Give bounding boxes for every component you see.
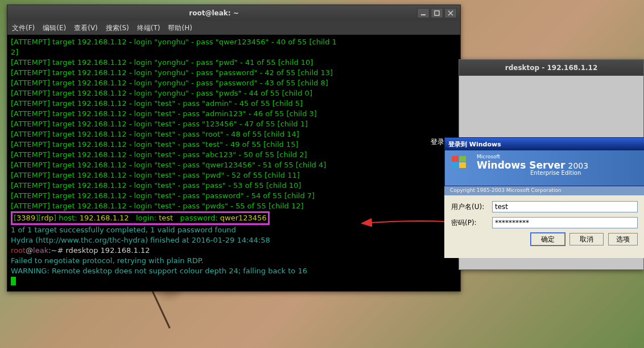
- copyright-text: 1985-2003 Microsoft Corporation: [477, 187, 562, 193]
- menu-search[interactable]: 搜索(S): [106, 23, 129, 33]
- password-label: 密码(P):: [451, 218, 492, 228]
- xp-login-form: 用户名(U): 密码(P): 确定 取消 选项: [444, 195, 644, 258]
- menu-help[interactable]: 帮助(H): [168, 23, 192, 33]
- minimize-button[interactable]: [417, 8, 430, 18]
- rdesktop-title[interactable]: rdesktop - 192.168.1.12: [459, 60, 643, 76]
- terminal-title: root@leak: ~: [11, 9, 417, 17]
- svg-rect-0: [435, 11, 439, 15]
- menu-edit[interactable]: 编辑(E): [43, 23, 66, 33]
- terminal-window: root@leak: ~ 文件(F) 编辑(E) 查看(V) 搜索(S) 终端(…: [7, 5, 461, 292]
- copyright-pre: Copyright: [450, 187, 475, 193]
- options-button[interactable]: 选项: [608, 233, 638, 245]
- terminal-menubar: 文件(F) 编辑(E) 查看(V) 搜索(S) 终端(T) 帮助(H): [7, 21, 460, 35]
- xp-banner: Microsoft Windows Server 2003 Enterprise…: [445, 150, 644, 186]
- brand-edition: Enterprise Edition: [530, 170, 638, 176]
- menu-file[interactable]: 文件(F): [12, 23, 35, 33]
- brand-ms: Microsoft: [477, 154, 638, 159]
- cancel-button[interactable]: 取消: [569, 233, 604, 245]
- maximize-button[interactable]: [431, 8, 443, 18]
- xp-titlebar[interactable]: 登录到 Windows: [445, 138, 644, 150]
- menu-view[interactable]: 查看(V): [74, 23, 98, 33]
- xp-login-window: 登录到 Windows Microsoft Windows Server 200…: [444, 137, 644, 186]
- windows-logo-icon: [452, 156, 468, 168]
- copyright-bar: Copyright 1985-2003 Microsoft Corporatio…: [444, 186, 644, 195]
- close-button[interactable]: [444, 8, 457, 18]
- brand-product: Windows Server: [477, 159, 565, 171]
- rdesktop-body: 登录到 登录到 Windows Microsoft Windows Server…: [459, 76, 643, 269]
- password-input[interactable]: [492, 217, 638, 228]
- rdesktop-window: rdesktop - 192.168.1.12 登录到 登录到 Windows …: [459, 59, 644, 270]
- username-label: 用户名(U):: [451, 202, 492, 212]
- brand-text: Microsoft Windows Server 2003 Enterprise…: [477, 154, 638, 176]
- ok-button[interactable]: 确定: [531, 233, 565, 245]
- brand-year: 2003: [568, 161, 589, 170]
- username-input[interactable]: [492, 201, 638, 212]
- menu-terminal[interactable]: 终端(T): [137, 23, 160, 33]
- terminal-output[interactable]: [ATTEMPT] target 192.168.1.12 - login "y…: [7, 35, 460, 291]
- terminal-titlebar[interactable]: root@leak: ~: [7, 5, 460, 21]
